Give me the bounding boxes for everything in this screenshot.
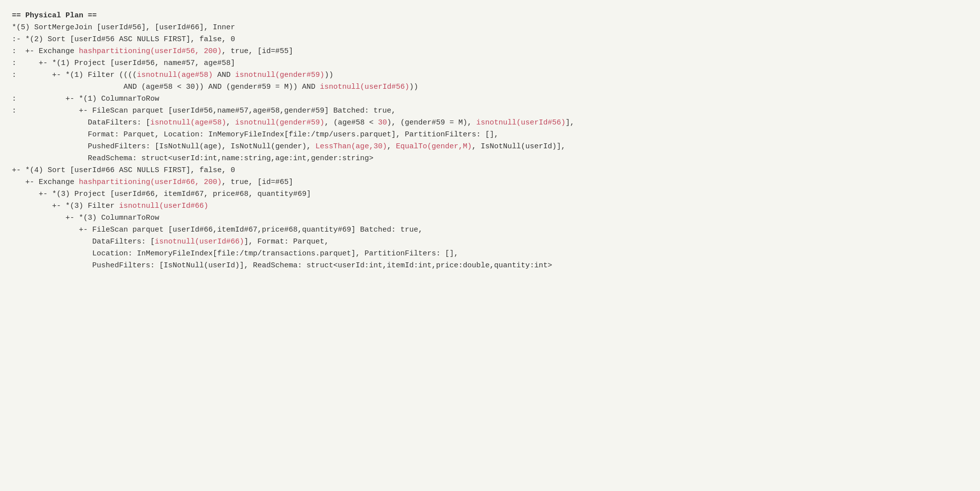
code-line: Format: Parquet, Location: InMemoryFileI…	[12, 129, 968, 141]
code-line: : +- *(1) Filter ((((isnotnull(age#58) A…	[12, 69, 968, 81]
code-line: AND (age#58 < 30)) AND (gender#59 = M)) …	[12, 81, 968, 93]
code-line: == Physical Plan ==	[12, 10, 968, 22]
code-line: : +- FileScan parquet [userId#56,name#57…	[12, 105, 968, 117]
code-line: : +- *(1) ColumnarToRow	[12, 93, 968, 105]
code-line: +- *(3) ColumnarToRow	[12, 212, 968, 224]
code-line: :- *(2) Sort [userId#56 ASC NULLS FIRST]…	[12, 34, 968, 46]
physical-plan-block: == Physical Plan ==*(5) SortMergeJoin [u…	[12, 10, 968, 272]
code-line: PushedFilters: [IsNotNull(userId)], Read…	[12, 260, 968, 272]
code-line: +- Exchange hashpartitioning(userId#66, …	[12, 177, 968, 188]
code-line: ReadSchema: struct<userId:int,name:strin…	[12, 153, 968, 165]
code-line: : +- Exchange hashpartitioning(userId#56…	[12, 46, 968, 58]
code-line: +- *(4) Sort [userId#66 ASC NULLS FIRST]…	[12, 165, 968, 177]
code-line: PushedFilters: [IsNotNull(age), IsNotNul…	[12, 141, 968, 153]
code-line: *(5) SortMergeJoin [userId#56], [userId#…	[12, 22, 968, 34]
code-line: : +- *(1) Project [userId#56, name#57, a…	[12, 58, 968, 69]
code-line: Location: InMemoryFileIndex[file:/tmp/tr…	[12, 248, 968, 260]
code-line: +- *(3) Project [userId#66, itemId#67, p…	[12, 188, 968, 200]
code-line: DataFilters: [isnotnull(userId#66)], For…	[12, 236, 968, 248]
code-line: +- FileScan parquet [userId#66,itemId#67…	[12, 224, 968, 236]
code-line: DataFilters: [isnotnull(age#58), isnotnu…	[12, 117, 968, 129]
code-line: +- *(3) Filter isnotnull(userId#66)	[12, 200, 968, 212]
